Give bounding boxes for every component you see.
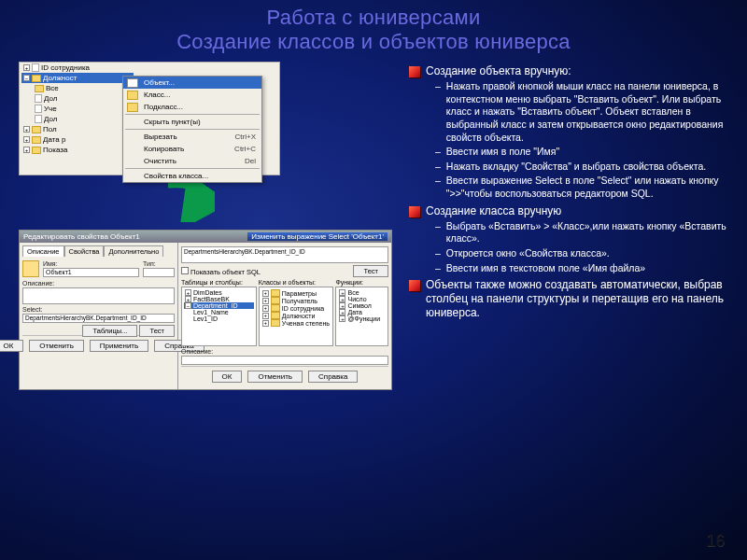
menu-item-props: Свойства класса... — [144, 172, 208, 180]
sub-item: Ввести имя в поле "Имя" — [446, 146, 559, 159]
tree-item: Дата р — [43, 135, 65, 144]
tab-adv: Дополнительно — [104, 245, 163, 257]
context-menu: Объект... Класс... Подкласс... Скрыть пу… — [122, 76, 262, 183]
menu-item-class: Класс... — [144, 91, 170, 99]
btn-ok-r: ОК — [212, 371, 243, 383]
tab-props: Свойства — [64, 245, 105, 257]
menu-item-cut: Вырезать — [144, 133, 177, 141]
col-func: Функции: — [335, 279, 388, 286]
sub-item: Ввести выражение Select в поле "Select" … — [446, 175, 738, 200]
list-item: ID сотрудника — [282, 305, 325, 312]
dialog-title-right: Изменить выражение Select 'Объект1' — [247, 232, 388, 241]
input-name: Объект1 — [43, 268, 139, 277]
list-item: Lev1_Name — [193, 309, 229, 315]
list-item: @Функции — [347, 315, 380, 322]
input-select: DepartmentsHierarchyBK.Department_ID_ID — [22, 314, 175, 323]
list-item: Число — [347, 296, 366, 302]
btn-cancel: Отменить — [29, 340, 84, 352]
bullet-icon — [409, 280, 420, 291]
sub-item: Ввести имя в текстовом поле «Имя файла» — [446, 262, 645, 275]
shortcut: Ctrl+X — [235, 133, 256, 141]
slide-title-line2: Создание классов и объектов юниверса — [9, 30, 738, 54]
tab-desc: Описание — [22, 245, 64, 257]
tree-item: Уче — [44, 105, 57, 113]
bullet-1: Создание объекта вручную: — [426, 64, 571, 78]
arrow-icon — [159, 181, 215, 226]
btn-cancel-r: Отменить — [247, 371, 303, 383]
shortcut: Del — [245, 157, 256, 165]
list-item: Символ — [347, 302, 371, 309]
sub-item: Выбрать «Вставить» > «Класс»,или нажать … — [446, 220, 738, 245]
page-number: 16 — [706, 531, 725, 551]
dialog-title-left: Редактировать свойства Объект1 — [23, 232, 140, 241]
btn-help-r: Справка — [308, 371, 358, 383]
menu-item-copy: Копировать — [144, 145, 184, 153]
btn-test: Тест — [139, 325, 175, 337]
tree-root: ID сотрудника — [41, 63, 90, 72]
shortcut: Ctrl+C — [234, 145, 256, 153]
bullet-icon — [409, 206, 420, 217]
chk-show-sql: Показать объект SQL — [190, 268, 261, 276]
screenshot-tree-contextmenu: +ID сотрудника −Должност Все Дол Уче Дол… — [19, 62, 280, 175]
btn-test-r: Тест — [353, 265, 388, 277]
bullet-3: Объекты также можно создавать автоматиче… — [426, 278, 738, 320]
list-item: Department_ID — [193, 302, 237, 309]
list-item: Должности — [282, 313, 316, 319]
tree-item: Дол — [44, 115, 57, 123]
slide-title-line1: Работа с юниверсами — [9, 6, 738, 30]
list-item: Lev1_ID — [193, 315, 218, 322]
menu-item-clear: Очистить — [144, 157, 176, 165]
label-select: Select: — [22, 306, 175, 313]
tree-selected: Должност — [43, 74, 77, 82]
list-item: DimDates — [193, 289, 222, 296]
list-item: FactBaseBK — [193, 296, 230, 302]
btn-tables: Таблицы... — [82, 325, 137, 337]
menu-item-subclass: Подкласс... — [144, 103, 183, 111]
col-classes: Классы и объекты: — [259, 279, 334, 286]
tree-item: Все — [46, 84, 59, 92]
label-desc2: Описание: — [181, 348, 388, 355]
tree-item: Пол — [43, 125, 57, 133]
col-tables: Таблицы и столбцы: — [181, 279, 257, 286]
list-item: Получатель — [282, 298, 317, 304]
list-item: Параметры — [282, 290, 317, 297]
list-item: Ученая степень — [282, 320, 330, 327]
btn-apply: Применить — [90, 340, 148, 352]
label-desc: Описание: — [22, 280, 175, 287]
menu-item-hide: Скрыть пункт(ы) — [144, 118, 201, 126]
list-item: Дата — [347, 309, 362, 315]
screenshot-dialogs: Редактировать свойства Объект1 Изменить … — [19, 230, 392, 390]
shield-icon — [22, 260, 39, 277]
bullet-icon — [409, 66, 420, 77]
bullet-2: Создание класса вручную — [426, 204, 561, 218]
sub-item: Нажать вкладку "Свойства" и выбрать свой… — [446, 161, 706, 174]
sub-item: Откроется окно «Свойства класса». — [446, 247, 610, 260]
tree-item: Показа — [43, 146, 67, 154]
menu-item-object: Объект... — [144, 78, 175, 87]
tree-item: Дол — [44, 94, 57, 103]
list-item: Все — [347, 289, 359, 296]
sql-expression: DepartmentsHierarchyBK.Department_ID_ID — [181, 246, 388, 263]
label-type: Тип: — [143, 260, 175, 267]
label-name: Имя: — [43, 260, 58, 267]
btn-ok: ОК — [0, 340, 23, 352]
sub-item: Нажать правой кнопкой мыши класс на пане… — [446, 80, 738, 144]
